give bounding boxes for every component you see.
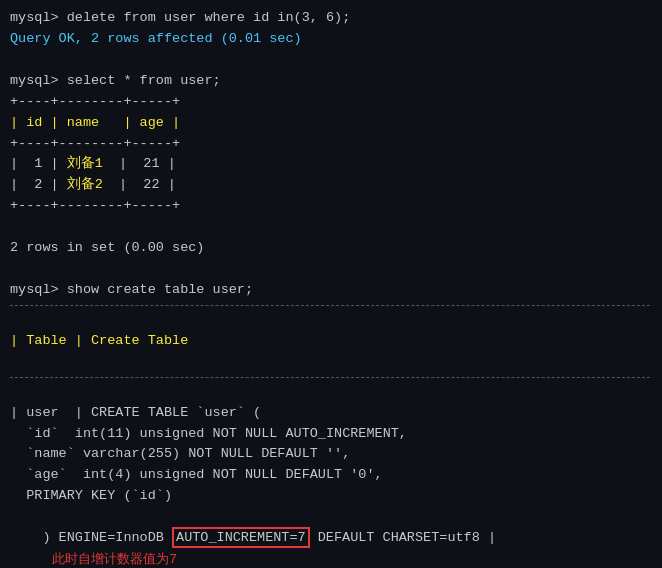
dashed-sep-2 — [10, 377, 650, 378]
create-line-4: `age` int(4) unsigned NOT NULL DEFAULT '… — [10, 465, 652, 486]
charset-suffix: DEFAULT CHARSET=utf8 | — [310, 530, 496, 545]
create-line-6: ) ENGINE=InnoDB AUTO_INCREMENT=7 DEFAULT… — [10, 507, 652, 568]
rows-info-1: 2 rows in set (0.00 sec) — [10, 238, 652, 259]
blank-2 — [10, 217, 652, 238]
table-sep-3: +----+--------+-----+ — [10, 196, 652, 217]
table-header-row: | id | name | age | — [10, 113, 652, 134]
create-line-5: PRIMARY KEY (`id`) — [10, 486, 652, 507]
create-line-3: `name` varchar(255) NOT NULL DEFAULT '', — [10, 444, 652, 465]
auto-increment-highlight: AUTO_INCREMENT=7 — [172, 527, 310, 548]
create-table-header: | Table | Create Table — [10, 331, 652, 352]
create-line-1: | user | CREATE TABLE `user` ( — [10, 403, 652, 424]
dashed-sep-1 — [10, 305, 650, 306]
cmd-line-3: mysql> show create table user; — [10, 280, 652, 301]
chinese-name-1: 刘备1 — [67, 156, 103, 171]
table-sep-1: +----+--------+-----+ — [10, 92, 652, 113]
create-line-2: `id` int(11) unsigned NOT NULL AUTO_INCR… — [10, 424, 652, 445]
chinese-name-2: 刘备2 — [67, 177, 103, 192]
annotation-text: 此时自增计数器值为7 — [52, 551, 176, 566]
terminal-window: mysql> delete from user where id in(3, 6… — [0, 0, 662, 568]
blank-5 — [10, 352, 652, 373]
table-row-2: | 2 | 刘备2 | 22 | — [10, 175, 652, 196]
query-ok-1: Query OK, 2 rows affected (0.01 sec) — [10, 29, 652, 50]
blank-4 — [10, 310, 652, 331]
table-row-1: | 1 | 刘备1 | 21 | — [10, 154, 652, 175]
blank-1 — [10, 50, 652, 71]
blank-6 — [10, 382, 652, 403]
cmd-line-2: mysql> select * from user; — [10, 71, 652, 92]
blank-3 — [10, 259, 652, 280]
engine-prefix: ) ENGINE=InnoDB — [42, 530, 172, 545]
table-sep-2: +----+--------+-----+ — [10, 134, 652, 155]
cmd-line-1: mysql> delete from user where id in(3, 6… — [10, 8, 652, 29]
